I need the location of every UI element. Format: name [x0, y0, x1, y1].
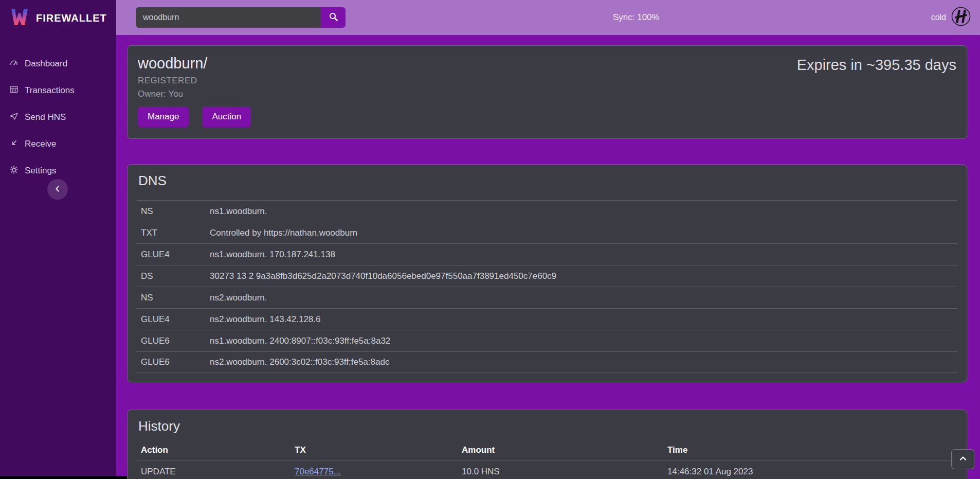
sidebar-nav: Dashboard Transactions Send HNS — [0, 50, 116, 184]
dns-record-value: ns1.woodburn. 170.187.241.138 — [210, 250, 335, 260]
chevron-left-icon — [53, 184, 62, 195]
history-header-row: Action TX Amount Time — [137, 440, 957, 460]
history-row: UPDATE 70e64775... 10.0 HNS 14:46:32 01 … — [137, 460, 957, 479]
sidebar-item-label: Send HNS — [25, 112, 66, 122]
dns-title: DNS — [137, 173, 957, 189]
history-header-time: Time — [667, 445, 953, 455]
dns-record-type: NS — [141, 293, 210, 303]
sidebar-item-label: Receive — [25, 139, 56, 149]
dns-record-type: GLUE6 — [141, 357, 210, 367]
dns-record-row: GLUE6 ns1.woodburn. 2400:8907::f03c:93ff… — [137, 330, 957, 351]
history-title: History — [137, 418, 957, 434]
manage-button[interactable]: Manage — [138, 107, 189, 127]
main-area: Sync: 100% cold woodburn/ REGIS — [116, 0, 980, 479]
dns-record-value: ns2.woodburn. — [210, 293, 267, 303]
sidebar-collapse-button[interactable] — [47, 179, 68, 200]
dns-record-value: ns1.woodburn. 2400:8907::f03c:93ff:fe5a:… — [210, 336, 390, 346]
dns-record-value: Controlled by https://nathan.woodburn — [210, 228, 357, 238]
content: woodburn/ REGISTERED Owner: You Manage A… — [116, 35, 980, 479]
dashboard-gauge-icon — [9, 58, 19, 69]
domain-card: woodburn/ REGISTERED Owner: You Manage A… — [127, 45, 967, 139]
tx-link[interactable]: 70e64775... — [295, 467, 341, 476]
dns-record-type: GLUE4 — [141, 314, 210, 325]
dns-record-type: DS — [141, 271, 210, 281]
sidebar-item-send-hns[interactable]: Send HNS — [0, 104, 116, 131]
dns-record-row: GLUE4 ns1.woodburn. 170.187.241.138 — [137, 243, 957, 265]
history-header-action: Action — [141, 445, 295, 455]
sidebar-item-label: Transactions — [25, 85, 75, 96]
chevron-up-icon — [958, 455, 968, 464]
sidebar-item-transactions[interactable]: Transactions — [0, 77, 116, 104]
dns-record-type: GLUE6 — [141, 336, 210, 346]
domain-title: woodburn/ — [138, 55, 251, 72]
dns-record-row: DS 30273 13 2 9a3a8fb3d625d2a2073d740f10… — [137, 265, 957, 287]
history-card: History Action TX Amount Time UPDATE 70e… — [127, 410, 967, 479]
dns-record-type: NS — [141, 206, 210, 217]
sidebar-bottom-strip — [0, 476, 127, 479]
transactions-table-icon — [9, 85, 19, 96]
dns-record-type: GLUE4 — [141, 250, 210, 260]
settings-gear-icon — [9, 165, 19, 176]
search-group — [136, 7, 346, 28]
topbar: Sync: 100% cold — [116, 0, 980, 35]
brand-name: FIREWALLET — [36, 12, 107, 24]
dns-table: NS ns1.woodburn. TXT Controlled by https… — [137, 200, 957, 373]
dns-record-row: NS ns2.woodburn. — [137, 287, 957, 308]
history-header-amount: Amount — [462, 445, 667, 455]
search-input[interactable] — [136, 7, 321, 28]
dns-record-type: TXT — [141, 228, 210, 238]
history-action: UPDATE — [141, 467, 295, 477]
sync-status: Sync: 100% — [613, 12, 660, 23]
scroll-to-top-button[interactable] — [951, 449, 974, 469]
send-plane-icon — [9, 112, 19, 123]
dns-record-value: ns1.woodburn. — [210, 206, 267, 217]
sidebar: FIREWALLET Dashboard Transactions — [0, 0, 116, 479]
dns-record-row: GLUE6 ns2.woodburn. 2600:3c02::f03c:93ff… — [137, 351, 957, 373]
search-button[interactable] — [321, 7, 346, 28]
domain-expiry: Expires in ~395.35 days — [797, 55, 956, 127]
receive-arrow-icon — [9, 138, 19, 150]
domain-status: REGISTERED — [138, 76, 251, 86]
history-table: Action TX Amount Time UPDATE 70e64775...… — [137, 440, 957, 479]
dns-record-value: ns2.woodburn. 2600:3c02::f03c:93ff:fe5a:… — [210, 357, 389, 367]
history-time: 14:46:32 01 Aug 2023 — [667, 467, 953, 477]
handshake-logo-icon — [951, 7, 971, 28]
history-amount: 10.0 HNS — [462, 467, 667, 477]
sidebar-item-label: Dashboard — [25, 59, 67, 69]
dns-record-value: 30273 13 2 9a3a8fb3d625d2a2073d740f10da6… — [210, 271, 556, 281]
dns-record-row: GLUE4 ns2.woodburn. 143.42.128.6 — [137, 308, 957, 330]
domain-actions: Manage Auction — [138, 107, 251, 127]
sidebar-item-label: Settings — [25, 166, 56, 176]
firewallet-w-logo-icon — [9, 7, 30, 29]
history-header-tx: TX — [295, 445, 462, 455]
domain-owner: Owner: You — [138, 89, 251, 99]
dns-record-row: NS ns1.woodburn. — [137, 200, 957, 222]
dns-record-row: TXT Controlled by https://nathan.woodbur… — [137, 222, 957, 243]
wallet-indicator[interactable]: cold — [931, 7, 971, 28]
search-icon — [329, 12, 338, 23]
dns-card: DNS NS ns1.woodburn. TXT Controlled by h… — [127, 164, 967, 382]
sidebar-item-receive[interactable]: Receive — [0, 131, 116, 157]
dns-record-value: ns2.woodburn. 143.42.128.6 — [210, 314, 321, 325]
wallet-name-label: cold — [931, 13, 946, 22]
domain-card-left: woodburn/ REGISTERED Owner: You Manage A… — [138, 55, 251, 127]
sidebar-item-dashboard[interactable]: Dashboard — [0, 50, 116, 77]
auction-button[interactable]: Auction — [202, 107, 251, 127]
brand[interactable]: FIREWALLET — [0, 0, 116, 36]
